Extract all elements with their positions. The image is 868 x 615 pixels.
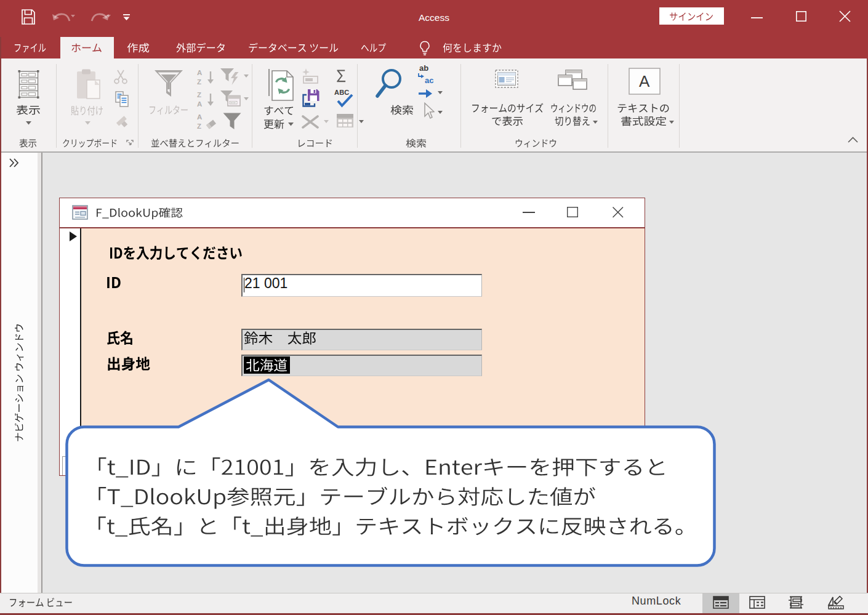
svg-text:A: A <box>197 100 202 108</box>
svg-text:ac: ac <box>425 76 433 85</box>
svg-text:A: A <box>197 113 202 121</box>
svg-text:A: A <box>639 72 650 90</box>
svg-text:ab: ab <box>419 64 428 73</box>
svg-text:A: A <box>197 69 202 76</box>
svg-text:Z: Z <box>197 123 201 130</box>
svg-text:ABC: ABC <box>334 89 349 96</box>
svg-text:Z: Z <box>197 78 201 86</box>
svg-text:Z: Z <box>197 91 201 98</box>
